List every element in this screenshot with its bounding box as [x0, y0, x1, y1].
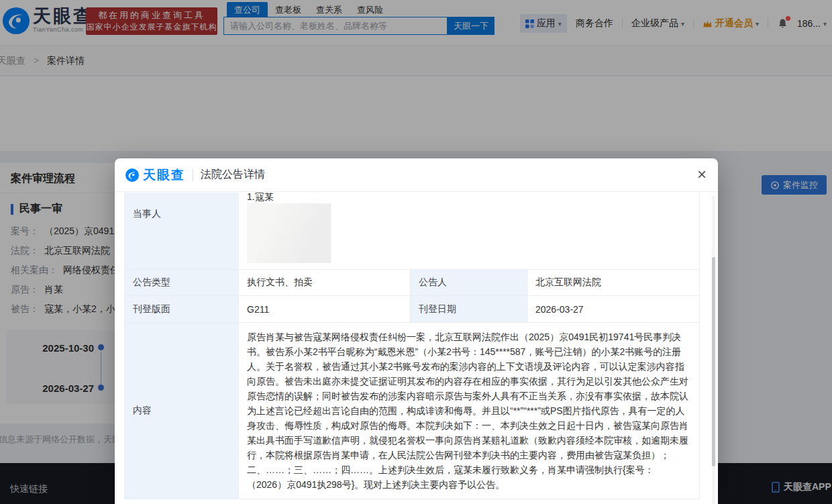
modal-title: 法院公告详情: [201, 168, 265, 182]
party-attachment-image: [247, 203, 331, 263]
tianyancha-logo-icon: [125, 168, 139, 182]
modal-brand-name: 天眼查: [143, 166, 185, 184]
announcement-detail-table: 当事人 1.寇某 公告类型 执行文书、拍卖 公告人 北京互联网法院 刊登版面 G…: [124, 193, 700, 499]
announcer-label: 公告人: [411, 270, 527, 296]
modal-header: 天眼查 法院公告详情 ×: [115, 158, 718, 192]
announcement-content-text: 原告肖某与被告寇某网络侵权责任纠纷一案，北京互联网法院作出（2025）京0491…: [247, 330, 691, 492]
modal-scrollbar-thumb[interactable]: [712, 257, 715, 466]
party-label: 当事人: [125, 193, 239, 270]
modal-brand: 天眼查: [125, 166, 185, 184]
content-value-cell: 原告肖某与被告寇某网络侵权责任纠纷一案，北京互联网法院作出（2025）京0491…: [239, 323, 700, 499]
modal-body: 当事人 1.寇某 公告类型 执行文书、拍卖 公告人 北京互联网法院 刊登版面 G…: [115, 193, 718, 504]
table-row-content: 内容 原告肖某与被告寇某网络侵权责任纠纷一案，北京互联网法院作出（2025）京0…: [125, 323, 700, 499]
party-name: 1.寇某: [247, 193, 691, 203]
table-row-party: 当事人 1.寇某: [125, 193, 700, 270]
announcement-type-label: 公告类型: [125, 270, 239, 296]
court-announcement-modal: 天眼查 法院公告详情 × 当事人 1.寇某 公告类型 执行文书、拍卖 公告人 北…: [115, 158, 718, 504]
announcer-value: 北京互联网法院: [527, 270, 700, 296]
party-value-cell: 1.寇某: [239, 193, 700, 270]
content-label: 内容: [125, 323, 239, 499]
publication-page-label: 刊登版面: [125, 296, 239, 323]
publication-date-label: 刊登日期: [411, 296, 527, 323]
table-row-announcement-type: 公告类型 执行文书、拍卖 公告人 北京互联网法院: [125, 270, 700, 296]
table-row-publication: 刊登版面 G211 刊登日期 2026-03-27: [125, 296, 700, 323]
close-icon[interactable]: ×: [697, 166, 707, 183]
publication-page-value: G211: [239, 296, 411, 323]
announcement-type-value: 执行文书、拍卖: [239, 270, 411, 296]
publication-date-value: 2026-03-27: [527, 296, 700, 323]
modal-title-divider: [193, 169, 193, 181]
